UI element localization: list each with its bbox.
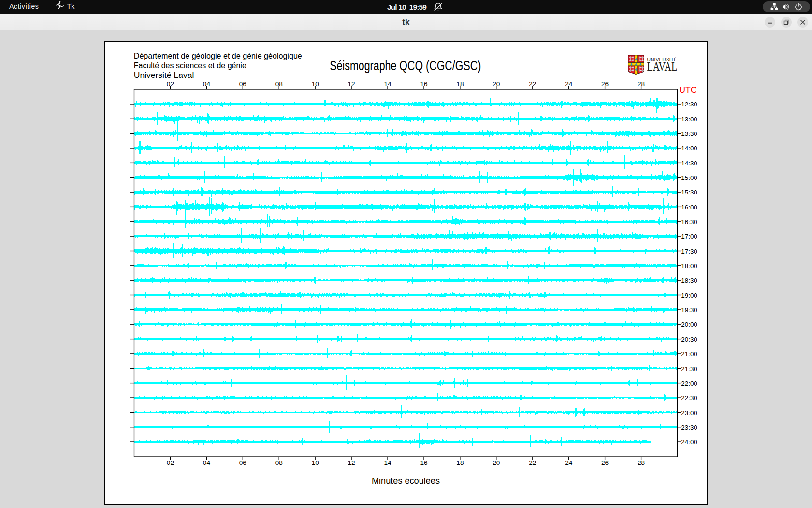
svg-text:24: 24 <box>565 80 573 88</box>
svg-text:Faculté des sciences et de gén: Faculté des sciences et de génie <box>134 60 246 70</box>
svg-text:18: 18 <box>456 459 464 466</box>
svg-text:20: 20 <box>493 80 500 88</box>
svg-text:22:30: 22:30 <box>681 394 697 402</box>
svg-text:22: 22 <box>529 459 536 466</box>
svg-text:24:00: 24:00 <box>681 438 697 446</box>
svg-text:13:30: 13:30 <box>681 130 697 137</box>
svg-text:28: 28 <box>638 459 645 466</box>
svg-text:15:30: 15:30 <box>681 189 697 196</box>
svg-text:10: 10 <box>312 80 319 88</box>
svg-text:26: 26 <box>601 80 609 88</box>
svg-text:22:00: 22:00 <box>681 380 697 387</box>
svg-text:16:00: 16:00 <box>681 204 697 211</box>
svg-text:17:00: 17:00 <box>681 233 697 240</box>
svg-text:24: 24 <box>565 459 573 466</box>
svg-text:12: 12 <box>348 80 355 88</box>
svg-text:08: 08 <box>276 459 283 466</box>
svg-text:Université Laval: Université Laval <box>134 70 194 80</box>
svg-text:20:30: 20:30 <box>681 336 697 343</box>
svg-text:13:00: 13:00 <box>681 116 697 123</box>
svg-text:02: 02 <box>167 80 174 88</box>
svg-text:19:00: 19:00 <box>681 292 697 299</box>
svg-text:17:30: 17:30 <box>681 248 697 255</box>
svg-text:18: 18 <box>456 80 464 88</box>
svg-text:18:30: 18:30 <box>681 277 697 284</box>
svg-text:22: 22 <box>529 80 536 88</box>
svg-text:15:00: 15:00 <box>681 174 697 181</box>
svg-text:10: 10 <box>312 459 319 466</box>
svg-text:16: 16 <box>420 459 427 466</box>
svg-text:20: 20 <box>493 459 500 466</box>
svg-text:UTC: UTC <box>679 85 697 95</box>
svg-text:21:00: 21:00 <box>681 350 697 358</box>
svg-text:12:30: 12:30 <box>681 101 697 108</box>
svg-text:02: 02 <box>167 459 174 466</box>
svg-text:LAVAL: LAVAL <box>647 60 677 74</box>
svg-text:12: 12 <box>348 459 355 466</box>
svg-text:26: 26 <box>601 459 609 466</box>
svg-text:16: 16 <box>420 80 427 88</box>
svg-text:20:00: 20:00 <box>681 321 697 328</box>
svg-text:14:30: 14:30 <box>681 160 697 167</box>
svg-text:04: 04 <box>203 80 211 88</box>
svg-text:16:30: 16:30 <box>681 218 697 225</box>
svg-text:Département de géologie et de: Département de géologie et de génie géol… <box>134 51 302 60</box>
svg-text:06: 06 <box>239 80 246 88</box>
svg-text:19:30: 19:30 <box>681 306 697 314</box>
svg-text:14: 14 <box>384 80 392 88</box>
svg-text:14: 14 <box>384 459 392 466</box>
svg-text:06: 06 <box>239 459 246 466</box>
svg-text:18:00: 18:00 <box>681 262 697 269</box>
svg-text:28: 28 <box>638 80 645 88</box>
svg-text:21:30: 21:30 <box>681 365 697 373</box>
svg-text:23:30: 23:30 <box>681 424 697 431</box>
svg-text:08: 08 <box>276 80 283 88</box>
svg-text:04: 04 <box>203 459 211 466</box>
svg-text:23:00: 23:00 <box>681 409 697 417</box>
svg-text:Minutes écoulées: Minutes écoulées <box>372 476 440 486</box>
svg-text:Séismographe QCQ (CGC/GSC): Séismographe QCQ (CGC/GSC) <box>330 59 481 73</box>
svg-text:14:00: 14:00 <box>681 145 697 152</box>
